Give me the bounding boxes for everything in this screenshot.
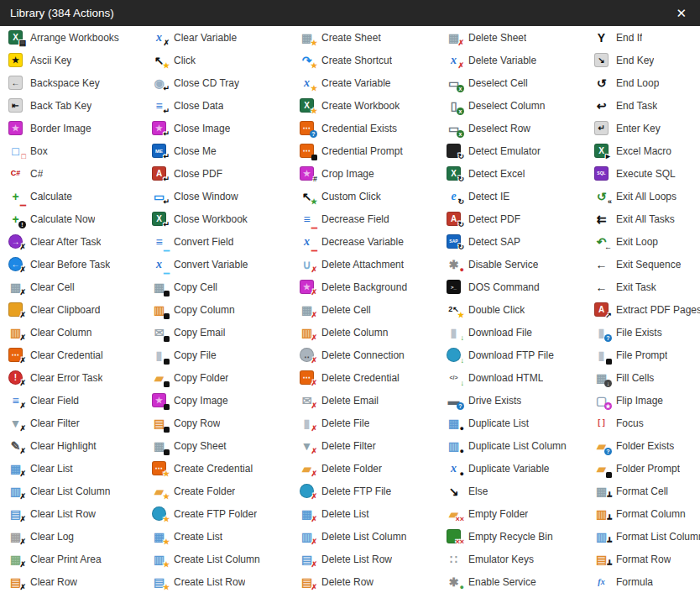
action-item-enable-service[interactable]: ✱●Enable Service bbox=[447, 570, 594, 593]
action-item-close-window[interactable]: ▭↵Close Window bbox=[152, 185, 300, 207]
action-item-clear-cell[interactable]: ▦✗Clear Cell bbox=[8, 276, 152, 298]
action-item-extract-pdf-pages[interactable]: A↗Extract PDF Pages bbox=[594, 298, 700, 321]
action-item-copy-row[interactable]: ▤Copy Row bbox=[152, 412, 300, 434]
action-item-close-pdf[interactable]: A↵Close PDF bbox=[152, 162, 300, 185]
action-item-end-key[interactable]: ↘End Key bbox=[594, 49, 700, 71]
action-item-close-data[interactable]: ≡↵Close Data bbox=[152, 94, 300, 117]
action-item-backspace-key[interactable]: ←Backspace Key bbox=[8, 71, 152, 94]
action-item-format-row[interactable]: ▤┻Format Row bbox=[594, 548, 700, 570]
action-item-clear-column[interactable]: ▥✗Clear Column bbox=[8, 321, 152, 344]
action-item-copy-image[interactable]: ★Copy Image bbox=[152, 389, 300, 412]
action-item-duplicate-variable[interactable]: x●Duplicate Variable bbox=[447, 457, 594, 480]
action-item-empty-recycle-bin[interactable]: ××Empty Recycle Bin bbox=[447, 525, 594, 548]
action-item-dos-command[interactable]: >_DOS Command bbox=[447, 276, 594, 298]
action-item-create-workbook[interactable]: X★Create Workbook bbox=[300, 94, 447, 117]
action-item-clear-filter[interactable]: ▼✗Clear Filter bbox=[8, 412, 152, 434]
action-item-delete-attachment[interactable]: ∪✗Delete Attachment bbox=[300, 253, 447, 276]
action-item-clear-row[interactable]: ▤✗Clear Row bbox=[8, 570, 152, 593]
action-item-empty-folder[interactable]: ▰××Empty Folder bbox=[447, 502, 594, 525]
action-item-clear-clipboard[interactable]: ✗Clear Clipboard bbox=[8, 298, 152, 321]
action-item-deselect-cell[interactable]: ▭xDeselect Cell bbox=[447, 71, 594, 94]
action-item-download-html[interactable]: </>↓Download HTML bbox=[447, 366, 594, 389]
action-item-delete-folder[interactable]: ▰✗Delete Folder bbox=[300, 457, 447, 480]
action-item-click[interactable]: ↖★Click bbox=[152, 49, 300, 71]
action-item-create-folder[interactable]: ▰★Create Folder bbox=[152, 480, 300, 502]
action-item-clear-list-column[interactable]: ▥✗Clear List Column bbox=[8, 480, 152, 502]
action-item-delete-email[interactable]: ✉✗Delete Email bbox=[300, 389, 447, 412]
action-item-close-me[interactable]: ME↵Close Me bbox=[152, 139, 300, 162]
action-item-delete-connection[interactable]: ‥✗Delete Connection bbox=[300, 344, 447, 366]
action-item-clear-print-area[interactable]: ▦✗Clear Print Area bbox=[8, 548, 152, 570]
action-item-detect-emulator[interactable]: ↻Detect Emulator bbox=[447, 139, 594, 162]
action-item-ascii-key[interactable]: ★Ascii Key bbox=[8, 49, 152, 71]
action-item-execute-sql[interactable]: SQLExecute SQL bbox=[594, 162, 700, 185]
action-item-calculate-now[interactable]: +!Calculate Now bbox=[8, 207, 152, 230]
action-item-delete-credential[interactable]: ⋯✗Delete Credential bbox=[300, 366, 447, 389]
action-item-delete-cell[interactable]: ▦✗Delete Cell bbox=[300, 298, 447, 321]
action-item-flip-image[interactable]: ▢★Flip Image bbox=[594, 389, 700, 412]
action-item-crop-image[interactable]: ★#Crop Image bbox=[300, 162, 447, 185]
action-item-copy-cell[interactable]: ▦Copy Cell bbox=[152, 276, 300, 298]
action-item-focus[interactable]: [ ]Focus bbox=[594, 412, 700, 434]
action-item-enter-key[interactable]: ↵Enter Key bbox=[594, 117, 700, 139]
action-item-detect-sap[interactable]: SAP↻Detect SAP bbox=[447, 230, 594, 253]
action-item-decrease-variable[interactable]: x▁Decrease Variable bbox=[300, 230, 447, 253]
action-item-credential-exists[interactable]: ⋯?Credential Exists bbox=[300, 117, 447, 139]
action-item-create-list-row[interactable]: ▤★Create List Row bbox=[152, 570, 300, 593]
action-item-fill-cells[interactable]: ▦↓Fill Cells bbox=[594, 366, 700, 389]
action-item-format-cell[interactable]: ▦┻Format Cell bbox=[594, 480, 700, 502]
action-item-exit-sequence[interactable]: ←Exit Sequence bbox=[594, 253, 700, 276]
action-item-clear-field[interactable]: ≡✗Clear Field bbox=[8, 389, 152, 412]
action-item-duplicate-list[interactable]: ▦●Duplicate List bbox=[447, 412, 594, 434]
action-item-copy-sheet[interactable]: ▦Copy Sheet bbox=[152, 434, 300, 457]
action-item-format-list-column[interactable]: ▥┻Format List Column bbox=[594, 525, 700, 548]
action-item-create-list-column[interactable]: ▥★Create List Column bbox=[152, 548, 300, 570]
action-item-exit-task[interactable]: ←Exit Task bbox=[594, 276, 700, 298]
action-item-excel-macro[interactable]: X►Excel Macro bbox=[594, 139, 700, 162]
action-item-close-workbook[interactable]: X↵Close Workbook bbox=[152, 207, 300, 230]
action-item-delete-file[interactable]: ▮✗Delete File bbox=[300, 412, 447, 434]
action-item-deselect-row[interactable]: ▭xDeselect Row bbox=[447, 117, 594, 139]
action-item-drive-exists[interactable]: ▬?Drive Exists bbox=[447, 389, 594, 412]
action-item-clear-error-task[interactable]: !✗Clear Error Task bbox=[8, 366, 152, 389]
action-item-clear-log[interactable]: ▦✗Clear Log bbox=[8, 525, 152, 548]
action-item-delete-filter[interactable]: ▼✗Delete Filter bbox=[300, 434, 447, 457]
action-item-create-sheet[interactable]: ▦★Create Sheet bbox=[300, 26, 447, 49]
action-item-clear-credential[interactable]: ⋯✗Clear Credential bbox=[8, 344, 152, 366]
action-item-clear-list-row[interactable]: ▤✗Clear List Row bbox=[8, 502, 152, 525]
action-item-exit-loop[interactable]: ↶←Exit Loop bbox=[594, 230, 700, 253]
action-item-exit-all-loops[interactable]: ↺«Exit All Loops bbox=[594, 185, 700, 207]
action-item-download-ftp-file[interactable]: ↓Download FTP File bbox=[447, 344, 594, 366]
action-item-create-variable[interactable]: x★Create Variable bbox=[300, 71, 447, 94]
action-item-box[interactable]: □□Box bbox=[8, 139, 152, 162]
action-item-disable-service[interactable]: ✱●Disable Service bbox=[447, 253, 594, 276]
action-item-folder-exists[interactable]: ▰?Folder Exists bbox=[594, 434, 700, 457]
action-item-copy-file[interactable]: ▮Copy File bbox=[152, 344, 300, 366]
action-item-convert-field[interactable]: ≡▁Convert Field bbox=[152, 230, 300, 253]
action-item-delete-ftp-file[interactable]: ✗Delete FTP File bbox=[300, 480, 447, 502]
action-item-delete-background[interactable]: ★✗Delete Background bbox=[300, 276, 447, 298]
action-item-deselect-column[interactable]: ▯xDeselect Column bbox=[447, 94, 594, 117]
action-item-back-tab-key[interactable]: ⇤Back Tab Key bbox=[8, 94, 152, 117]
action-item-detect-ie[interactable]: e↻Detect IE bbox=[447, 185, 594, 207]
action-item-close-image[interactable]: ★↵Close Image bbox=[152, 117, 300, 139]
action-item-clear-highlight[interactable]: ✎✗Clear Highlight bbox=[8, 434, 152, 457]
action-item-file-prompt[interactable]: ▮File Prompt bbox=[594, 344, 700, 366]
action-item-copy-column[interactable]: ▥Copy Column bbox=[152, 298, 300, 321]
action-item-detect-pdf[interactable]: A↻Detect PDF bbox=[447, 207, 594, 230]
action-item-create-shortcut[interactable]: ↷★Create Shortcut bbox=[300, 49, 447, 71]
action-item-clear-before-task[interactable]: ←✗Clear Before Task bbox=[8, 253, 152, 276]
action-item-create-credential[interactable]: ⋯★Create Credential bbox=[152, 457, 300, 480]
action-item-clear-variable[interactable]: x✗Clear Variable bbox=[152, 26, 300, 49]
action-item-emulator-keys[interactable]: ∷Emulator Keys bbox=[447, 548, 594, 570]
action-item-formula[interactable]: fxFormula bbox=[594, 570, 700, 593]
action-item-decrease-field[interactable]: ≡▁Decrease Field bbox=[300, 207, 447, 230]
action-item-delete-list[interactable]: ▦✗Delete List bbox=[300, 502, 447, 525]
action-item-convert-variable[interactable]: x▁Convert Variable bbox=[152, 253, 300, 276]
action-item-delete-row[interactable]: ▤✗Delete Row bbox=[300, 570, 447, 593]
action-item-else[interactable]: ↘Else bbox=[447, 480, 594, 502]
action-item-delete-column[interactable]: ▥✗Delete Column bbox=[300, 321, 447, 344]
close-button[interactable]: ✕ bbox=[672, 5, 690, 21]
action-item-copy-folder[interactable]: ▰Copy Folder bbox=[152, 366, 300, 389]
action-item-duplicate-list-column[interactable]: ▥●Duplicate List Column bbox=[447, 434, 594, 457]
